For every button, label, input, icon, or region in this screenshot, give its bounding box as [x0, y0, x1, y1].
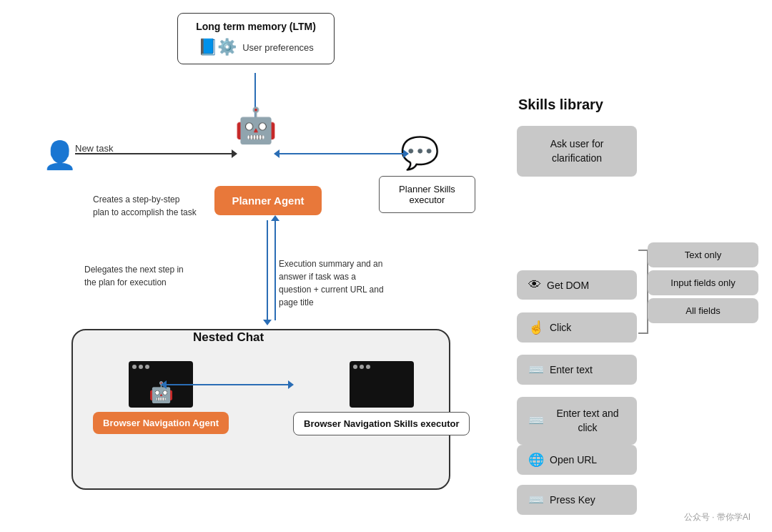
ltm-title: Long term memory (LTM) [188, 21, 324, 32]
main-container: Long term memory (LTM) 📘⚙️ User preferen… [0, 0, 772, 532]
arrow-user-to-robot [75, 153, 232, 154]
new-task-label: New task [75, 143, 113, 154]
arrow-robot-chat [279, 153, 404, 154]
browser-skills-exec-group: Browser Navigation Skills executor [293, 361, 470, 435]
skill-click-button[interactable]: ☝️ Click [517, 312, 637, 343]
get-dom-label: Get DOM [547, 280, 589, 291]
ltm-icon: 📘⚙️ [198, 38, 237, 56]
open-url-label: Open URL [550, 454, 597, 466]
enter-text-label: Enter text [550, 364, 593, 375]
user-icon: 👤 [43, 139, 76, 171]
browser-nav-agent-label: Browser Navigation Agent [93, 412, 229, 434]
skill-press-key-button[interactable]: ⌨️ Press Key [517, 485, 637, 515]
skill-get-dom-button[interactable]: 👁 Get DOM [517, 270, 637, 300]
browser-skills-exec-label: Browser Navigation Skills executor [293, 412, 470, 435]
skill-enter-text-click-button[interactable]: ⌨️ Enter text and click [517, 397, 637, 445]
click-label: Click [550, 322, 571, 333]
nested-chat-title: Nested Chat [193, 330, 264, 345]
ask-user-label: Ask user for clarification [528, 137, 625, 165]
skill-open-url-button[interactable]: 🌐 Open URL [517, 445, 637, 475]
skills-library-title: Skills library [518, 97, 603, 113]
skill-enter-text-button[interactable]: ⌨️ Enter text [517, 355, 637, 385]
enter-text-click-icon: ⌨️ [528, 412, 544, 430]
planner-agent-label: Planner Agent [232, 194, 304, 207]
skill-ask-user-button[interactable]: Ask user for clarification [517, 126, 637, 177]
enter-text-click-label: Enter text and click [550, 407, 625, 435]
dom-all-fields-button[interactable]: All fields [648, 298, 758, 323]
enter-text-icon: ⌨️ [528, 362, 544, 378]
open-url-icon: 🌐 [528, 452, 544, 468]
arrow-browser-agents [166, 384, 289, 385]
dom-options-bracket [638, 250, 648, 334]
ltm-content: 📘⚙️ User preferences [188, 38, 324, 56]
creates-text: Creates a step-by-step plan to accomplis… [93, 193, 197, 219]
ltm-box: Long term memory (LTM) 📘⚙️ User preferen… [177, 13, 335, 64]
planner-skills-label: Planner Skills executor [399, 184, 455, 205]
press-key-icon: ⌨️ [528, 492, 544, 508]
browser-skills-exec-icon [350, 361, 414, 408]
ltm-label: User preferences [242, 42, 314, 53]
arrow-nested-up [274, 220, 276, 320]
browser-nav-agent-group: 🤖 Browser Navigation Agent [93, 361, 229, 434]
planner-agent-box: Planner Agent [214, 186, 322, 215]
click-icon: ☝️ [528, 320, 544, 335]
dom-options-group: Text only Input fields only All fields [648, 242, 758, 326]
watermark: 公众号 · 带你学AI [684, 511, 751, 523]
execution-text: Execution summary and an answer if task … [279, 257, 386, 309]
dom-text-only-button[interactable]: Text only [648, 242, 758, 267]
robot-icon: 🤖 [234, 106, 277, 146]
delegates-text: Delegates the next step in the plan for … [84, 263, 195, 289]
arrow-planner-down [267, 220, 268, 320]
planner-skills-box: Planner Skills executor [379, 176, 475, 213]
dom-input-fields-button[interactable]: Input fields only [648, 270, 758, 295]
get-dom-icon: 👁 [528, 277, 541, 292]
press-key-label: Press Key [550, 494, 595, 506]
